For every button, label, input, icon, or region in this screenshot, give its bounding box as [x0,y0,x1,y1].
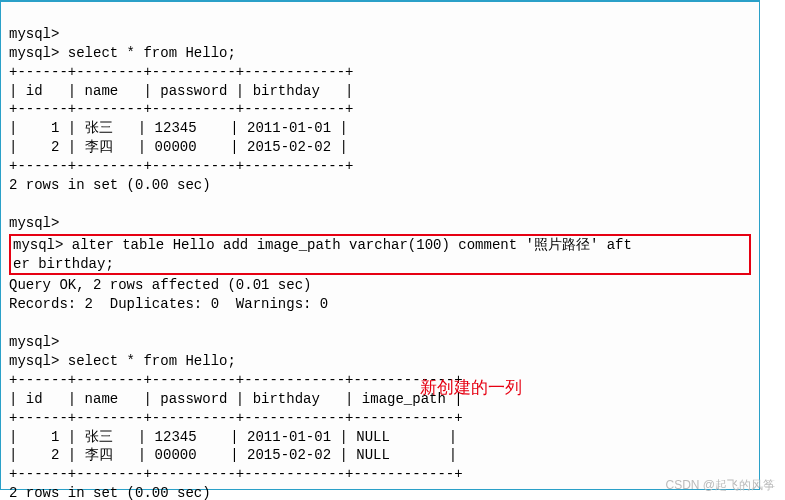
highlighted-command-box: mysql> alter table Hello add image_path … [9,234,751,276]
table-header: | id | name | password | birthday | [9,83,353,99]
table-border: +------+--------+----------+------------… [9,466,463,482]
query-summary: 2 rows in set (0.00 sec) [9,485,211,500]
table-border: +------+--------+----------+------------… [9,101,353,117]
table-border: +------+--------+----------+------------… [9,158,353,174]
watermark-text: CSDN @起飞的风筝 [665,477,775,494]
table-border: +------+--------+----------+------------… [9,64,353,80]
table-header: | id | name | password | birthday | imag… [9,391,463,407]
terminal-window: mysql> mysql> select * from Hello; +----… [0,0,760,490]
table-row: | 1 | 张三 | 12345 | 2011-01-01 | [9,120,348,136]
mysql-command: mysql> select * from Hello; [9,45,236,61]
table-row: | 2 | 李四 | 00000 | 2015-02-02 | NULL | [9,447,457,463]
table-row: | 2 | 李四 | 00000 | 2015-02-02 | [9,139,348,155]
table-row: | 1 | 张三 | 12345 | 2011-01-01 | NULL | [9,429,457,445]
table-border: +------+--------+----------+------------… [9,372,463,388]
mysql-prompt: mysql> [9,215,59,231]
mysql-prompt: mysql> [9,26,59,42]
table-border: +------+--------+----------+------------… [9,410,463,426]
alter-command-line2: er birthday; [13,256,114,272]
mysql-prompt: mysql> [9,334,59,350]
alter-command-line1: mysql> alter table Hello add image_path … [13,237,632,253]
query-summary: 2 rows in set (0.00 sec) [9,177,211,193]
alter-result-line2: Records: 2 Duplicates: 0 Warnings: 0 [9,296,328,312]
mysql-command: mysql> select * from Hello; [9,353,236,369]
alter-result-line1: Query OK, 2 rows affected (0.01 sec) [9,277,311,293]
